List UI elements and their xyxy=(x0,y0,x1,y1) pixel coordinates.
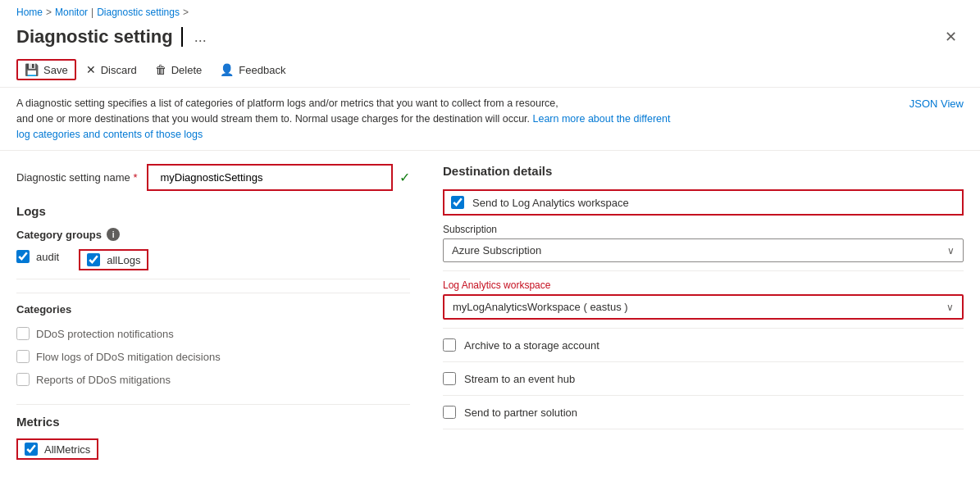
save-button[interactable]: 💾 Save xyxy=(16,59,76,80)
ddos-notifications-checkbox[interactable] xyxy=(16,327,30,340)
toolbar: 💾 Save ✕ Discard 🗑 Delete 👤 Feedback xyxy=(0,56,980,88)
workspace-chevron-icon: ∨ xyxy=(946,302,954,313)
ddos-flow-label[interactable]: Flow logs of DDoS mitigation decisions xyxy=(36,351,221,363)
log-analytics-row: Send to Log Analytics workspace xyxy=(443,189,964,216)
feedback-button[interactable]: 👤 Feedback xyxy=(212,59,294,80)
workspace-label: Log Analytics workspace xyxy=(443,279,964,291)
metrics-section: Metrics AllMetrics xyxy=(16,404,410,460)
ellipsis-button[interactable]: ... xyxy=(189,27,212,48)
categories-section: Categories DDoS protection notifications… xyxy=(16,293,410,391)
setting-name-label: Diagnostic setting name * xyxy=(16,171,137,184)
description-text: A diagnostic setting specifies a list of… xyxy=(16,96,672,142)
description-line2: and one or more destinations that you wo… xyxy=(16,113,533,125)
category-groups-title: Category groups i xyxy=(16,228,410,241)
ddos-notifications-label[interactable]: DDoS protection notifications xyxy=(36,328,174,340)
logs-section: Logs Category groups i audit allLogs Cat… xyxy=(16,204,410,460)
event-hub-label[interactable]: Stream to an event hub xyxy=(464,373,575,385)
logs-section-title: Logs xyxy=(16,204,410,218)
setting-name-input-area: ✓ xyxy=(147,164,410,191)
subscription-value: Azure Subscription xyxy=(452,244,541,257)
required-indicator: * xyxy=(133,171,137,184)
page-title: Diagnostic setting xyxy=(16,26,173,48)
subscription-chevron-icon: ∨ xyxy=(947,245,955,257)
logs-divider xyxy=(16,279,410,279)
subscription-dropdown[interactable]: Azure Subscription ∨ xyxy=(443,238,964,262)
discard-icon: ✕ xyxy=(86,63,96,76)
discard-button[interactable]: ✕ Discard xyxy=(78,59,145,80)
ddos-flow-checkbox[interactable] xyxy=(16,350,30,363)
category-groups-info-icon[interactable]: i xyxy=(107,228,120,241)
audit-checkbox[interactable] xyxy=(16,250,30,263)
breadcrumb-home[interactable]: Home xyxy=(16,7,43,18)
workspace-dropdown[interactable]: myLogAnalyticsWorkspace ( eastus ) ∨ xyxy=(443,294,964,320)
description-bar: A diagnostic setting specifies a list of… xyxy=(0,88,980,151)
subscription-label: Subscription xyxy=(443,224,964,235)
save-icon: 💾 xyxy=(25,63,39,76)
close-button[interactable]: ✕ xyxy=(938,25,964,49)
setting-name-row: Diagnostic setting name * ✓ xyxy=(16,164,410,191)
archive-checkbox[interactable] xyxy=(443,338,456,352)
main-content: Diagnostic setting name * ✓ Logs Categor… xyxy=(0,151,980,473)
allLogs-label[interactable]: allLogs xyxy=(107,254,140,266)
allLogs-checkbox-highlighted: allLogs xyxy=(79,249,148,270)
feedback-icon: 👤 xyxy=(220,63,234,76)
allLogs-checkbox[interactable] xyxy=(87,253,100,266)
breadcrumb-sep2: > xyxy=(183,7,189,18)
audit-checkbox-row: audit xyxy=(16,250,59,263)
breadcrumb-diagnostic-settings[interactable]: Diagnostic settings xyxy=(97,7,180,18)
breadcrumb-sep1: > xyxy=(46,7,52,18)
save-label: Save xyxy=(43,64,68,76)
left-panel: Diagnostic setting name * ✓ Logs Categor… xyxy=(16,164,410,460)
ddos-notifications-row: DDoS protection notifications xyxy=(16,322,410,345)
breadcrumb: Home > Monitor | Diagnostic settings > xyxy=(0,0,980,21)
page-title-area: Diagnostic setting ... xyxy=(16,26,212,48)
log-analytics-label[interactable]: Send to Log Analytics workspace xyxy=(472,197,629,209)
setting-name-input[interactable] xyxy=(152,167,388,188)
event-hub-row: Stream to an event hub xyxy=(443,362,964,396)
ddos-reports-checkbox[interactable] xyxy=(16,373,30,386)
validation-check-icon: ✓ xyxy=(399,170,410,185)
feedback-label: Feedback xyxy=(239,64,285,76)
discard-label: Discard xyxy=(101,64,137,76)
log-analytics-checkbox[interactable] xyxy=(451,196,464,209)
delete-label: Delete xyxy=(171,64,203,76)
partner-row: Send to partner solution xyxy=(443,396,964,429)
delete-icon: 🗑 xyxy=(155,63,166,76)
categories-title: Categories xyxy=(16,303,410,316)
allmetrics-checkbox[interactable] xyxy=(25,443,38,456)
allmetrics-label[interactable]: AllMetrics xyxy=(44,443,90,456)
ddos-reports-row: Reports of DDoS mitigations xyxy=(16,368,410,391)
ddos-reports-label[interactable]: Reports of DDoS mitigations xyxy=(36,374,171,386)
archive-label[interactable]: Archive to a storage account xyxy=(464,339,599,352)
partner-label[interactable]: Send to partner solution xyxy=(464,406,577,419)
metrics-section-title: Metrics xyxy=(16,415,410,429)
subscription-block: Subscription Azure Subscription ∨ xyxy=(443,224,964,271)
audit-label[interactable]: audit xyxy=(36,251,59,263)
workspace-value: myLogAnalyticsWorkspace ( eastus ) xyxy=(453,301,628,313)
breadcrumb-monitor[interactable]: Monitor xyxy=(55,7,88,18)
ddos-flow-row: Flow logs of DDoS mitigation decisions xyxy=(16,345,410,368)
destination-section-title: Destination details xyxy=(443,164,964,178)
event-hub-checkbox[interactable] xyxy=(443,372,456,385)
breadcrumb-pipe: | xyxy=(91,7,93,18)
description-line1: A diagnostic setting specifies a list of… xyxy=(16,98,558,109)
json-view-link[interactable]: JSON View xyxy=(909,96,964,112)
partner-checkbox[interactable] xyxy=(443,406,456,419)
archive-row: Archive to a storage account xyxy=(443,329,964,362)
right-panel: Destination details Send to Log Analytic… xyxy=(443,164,964,460)
allmetrics-highlighted: AllMetrics xyxy=(16,438,98,460)
delete-button[interactable]: 🗑 Delete xyxy=(147,59,211,80)
cursor xyxy=(181,27,183,47)
page-header: Diagnostic setting ... ✕ xyxy=(0,21,980,56)
workspace-block: Log Analytics workspace myLogAnalyticsWo… xyxy=(443,271,964,329)
